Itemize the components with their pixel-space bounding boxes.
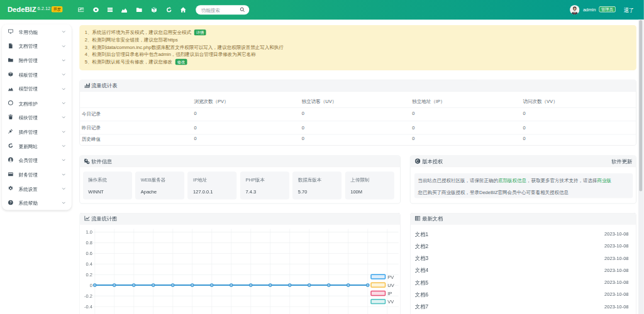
svg-text:-0.4: -0.4 xyxy=(84,303,92,309)
svg-text:0.4: 0.4 xyxy=(86,261,92,267)
svg-text:IP: IP xyxy=(387,291,392,296)
svg-text:0: 0 xyxy=(90,283,92,288)
svg-text:UV: UV xyxy=(387,283,394,288)
svg-text:VV: VV xyxy=(387,299,394,305)
svg-text:-0.2: -0.2 xyxy=(84,293,92,298)
svg-text:0.2: 0.2 xyxy=(86,272,92,278)
svg-text:PV: PV xyxy=(387,274,394,279)
svg-text:1.0: 1.0 xyxy=(86,229,92,235)
svg-text:0.6: 0.6 xyxy=(86,251,92,256)
svg-text:0.8: 0.8 xyxy=(86,240,92,246)
